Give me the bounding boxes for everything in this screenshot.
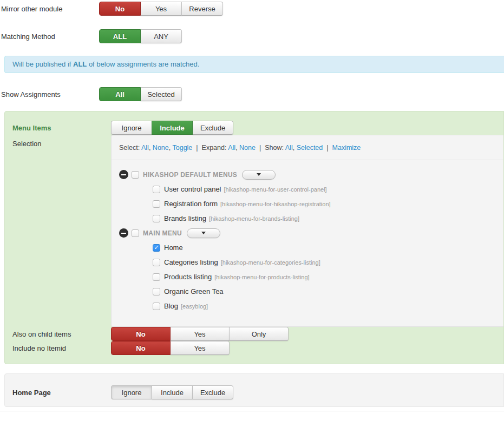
alert-text-suffix: of below assignments are matched. (87, 60, 199, 68)
also-on-child-items-label: Also on child items (12, 327, 111, 339)
group-actions-dropdown-button[interactable] (187, 228, 220, 238)
option-exclude-button[interactable]: Exclude (192, 121, 233, 135)
toolbar-link-all[interactable]: All (141, 144, 149, 152)
tree-item-row: Organic Green Tea (153, 286, 496, 297)
option-exclude-button[interactable]: Exclude (192, 385, 233, 399)
option-yes-button[interactable]: Yes (140, 2, 182, 16)
row-also-on-child-items: Also on child items NoYesOnly (12, 327, 503, 341)
option-ignore-button[interactable]: Ignore (111, 121, 152, 135)
tree-group-row: MAIN MENU (119, 228, 496, 238)
show-assignments-label: Show Assignments (0, 87, 99, 99)
menu-item-label: Brands listing (164, 214, 206, 222)
tree-item-row: Brands listing[hikashop-menu-for-brands-… (153, 213, 496, 224)
toolbar-separator: | (196, 144, 198, 152)
toolbar-group-label: Expand: (202, 144, 228, 152)
checkbox[interactable] (132, 171, 139, 179)
group-actions-dropdown-button[interactable] (242, 170, 276, 180)
menu-items-panel: Menu Items IgnoreIncludeExclude Selectio… (4, 111, 504, 364)
checkbox[interactable] (153, 200, 160, 208)
menu-item-label: Products listing (164, 273, 212, 281)
option-yes-button[interactable]: Yes (170, 341, 230, 355)
mirror-other-module-buttons: NoYesReverse (99, 2, 223, 16)
home-page-title: Home Page (12, 385, 111, 397)
toolbar-link-maximize[interactable]: Maximize (332, 144, 361, 152)
include-no-itemid-buttons: NoYes (111, 341, 230, 355)
toolbar-link-toggle[interactable]: Toggle (172, 144, 192, 152)
show-assignments-buttons: AllSelected (99, 87, 182, 101)
menu-item-alias: [hikashop-menu-for-hikashop-registration… (220, 201, 331, 207)
checkbox[interactable] (153, 288, 160, 295)
menu-item-alias: [hikashop-menu-for-categories-listing] (221, 259, 320, 266)
checkbox[interactable] (153, 186, 160, 193)
toolbar-link-all[interactable]: All (228, 144, 235, 152)
option-only-button[interactable]: Only (229, 327, 289, 341)
home-page-buttons: IgnoreIncludeExclude (111, 385, 233, 399)
menu-group-label: HIKASHOP DEFAULT MENUS (143, 171, 237, 179)
row-home-page: Home Page IgnoreIncludeExclude (12, 385, 503, 399)
menu-item-label: Categories listing (164, 258, 218, 266)
option-selected-button[interactable]: Selected (140, 87, 182, 101)
option-no-button[interactable]: No (99, 2, 141, 16)
row-selection: Selection Select: All, None, Toggle|Expa… (12, 135, 503, 327)
toolbar-link-all[interactable]: All (285, 144, 293, 152)
tree-item-row: User control panel[hikashop-menu-for-use… (153, 184, 496, 194)
collapse-minus-circle-icon[interactable] (119, 228, 128, 238)
selection-toolbar: Select: All, None, Toggle|Expand: All, N… (112, 135, 503, 160)
row-matching-method: Matching Method ALLANY (0, 29, 504, 43)
row-menu-items: Menu Items IgnoreIncludeExclude (12, 121, 503, 135)
option-all-button[interactable]: ALL (99, 29, 141, 43)
tree-item-row: Products listing[hikashop-menu-for-produ… (153, 272, 496, 282)
menu-item-alias: [hikashop-menu-for-brands-listing] (209, 215, 299, 222)
home-page-panel: Home Page IgnoreIncludeExclude (4, 373, 504, 407)
alert-text-prefix: Will be published if (12, 60, 73, 68)
menu-item-label: Home (164, 244, 183, 252)
collapse-minus-circle-icon[interactable] (119, 170, 128, 179)
checkbox[interactable] (153, 215, 160, 222)
menu-item-alias: [easyblog] (181, 303, 208, 310)
publish-condition-alert: Will be published if ALL of below assign… (4, 56, 504, 73)
option-reverse-button[interactable]: Reverse (181, 2, 223, 16)
menu-group-label: MAIN MENU (143, 229, 182, 237)
row-mirror-other-module: Mirror other module NoYesReverse (0, 2, 504, 16)
checkbox[interactable] (153, 259, 160, 266)
bottom-divider (0, 411, 504, 411)
tree-group-row: HIKASHOP DEFAULT MENUS (119, 169, 496, 180)
toolbar-link-selected[interactable]: Selected (297, 144, 323, 152)
menu-item-alias: [hikashop-menu-for-products-listing] (214, 274, 309, 280)
tree-item-row: Blog[easyblog] (153, 301, 496, 311)
toolbar-link-none[interactable]: None (153, 144, 169, 152)
row-include-no-itemid: Include no Itemid NoYes (12, 341, 503, 355)
option-include-button[interactable]: Include (152, 121, 193, 135)
tree-item-row: Registration form[hikashop-menu-for-hika… (153, 199, 496, 209)
menu-selection-box: Select: All, None, Toggle|Expand: All, N… (111, 135, 503, 327)
mirror-other-module-label: Mirror other module (0, 2, 99, 14)
toolbar-separator: | (326, 144, 328, 152)
tree-item-row: ✓Home (153, 242, 496, 253)
option-any-button[interactable]: ANY (140, 29, 182, 43)
row-show-assignments: Show Assignments AllSelected (0, 87, 504, 101)
option-no-button[interactable]: No (111, 341, 171, 355)
menu-item-label: User control panel (164, 185, 221, 193)
also-on-child-items-buttons: NoYesOnly (111, 327, 289, 341)
selection-label: Selection (12, 135, 111, 148)
toolbar-separator: | (259, 144, 261, 152)
matching-method-label: Matching Method (0, 29, 99, 41)
checkbox[interactable] (153, 303, 160, 310)
toolbar-link-none[interactable]: None (239, 144, 256, 152)
menu-item-label: Registration form (164, 200, 218, 208)
menu-item-label: Organic Green Tea (164, 287, 224, 295)
checkbox[interactable] (153, 273, 160, 281)
option-no-button[interactable]: No (111, 327, 171, 341)
option-ignore-button[interactable]: Ignore (111, 385, 152, 399)
caret-down-icon (257, 173, 261, 176)
option-all-button[interactable]: All (99, 87, 141, 101)
checkbox[interactable] (132, 229, 139, 237)
option-yes-button[interactable]: Yes (170, 327, 230, 341)
toolbar-group-label: Show: (265, 144, 285, 152)
menu-tree: HIKASHOP DEFAULT MENUSUser control panel… (112, 160, 503, 326)
option-include-button[interactable]: Include (152, 385, 193, 399)
menu-items-title: Menu Items (12, 121, 111, 133)
checked-checkbox[interactable]: ✓ (153, 244, 160, 252)
include-no-itemid-label: Include no Itemid (12, 341, 111, 353)
alert-text-bold: ALL (73, 60, 87, 68)
